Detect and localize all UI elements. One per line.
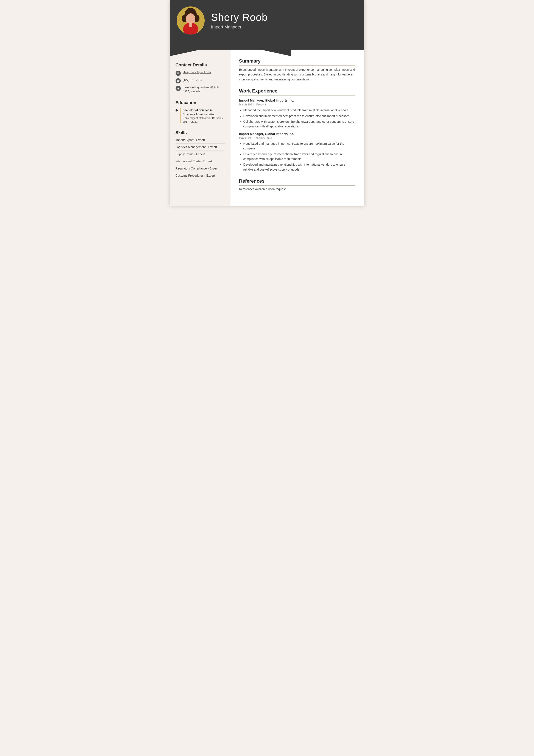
job-bullet-item: Leveraged knowledge of international tra… xyxy=(243,152,355,162)
job-entry: Import Manager, Global Imports Inc.March… xyxy=(239,98,355,129)
header-info: Shery Roob Import Manager xyxy=(211,12,268,30)
job-bullet-item: Managed the import of a variety of produ… xyxy=(243,108,355,113)
skill-item: Import/Export - Expert xyxy=(176,138,225,144)
summary-text: Experienced Import Manager with 5 years … xyxy=(239,67,355,82)
contact-email-item: ✉ sheryroob@gmail.com xyxy=(176,70,225,76)
education-section-title: Education xyxy=(176,100,225,105)
references-text: References available upon request xyxy=(239,187,355,191)
job-bullet-item: Negotiated and managed import contracts … xyxy=(243,141,355,151)
skill-item: Customs Procedures - Expert xyxy=(176,174,225,179)
job-bullet-item: Collaborated with customs brokers, freig… xyxy=(243,119,355,129)
body: Contact Details ✉ sheryroob@gmail.com ☎ … xyxy=(170,50,364,206)
job-bullet-item: Developed and implemented best practices… xyxy=(243,114,355,119)
job-entry: Import Manager, Global Imports Inc.May 2… xyxy=(239,132,355,172)
sidebar: Contact Details ✉ sheryroob@gmail.com ☎ … xyxy=(170,50,231,206)
skill-item: Logistics Management - Expert xyxy=(176,145,225,151)
references-section: References References available upon req… xyxy=(239,178,355,191)
work-experience-section: Work Experience Import Manager, Global I… xyxy=(239,88,355,172)
avatar xyxy=(177,7,205,35)
job-bullet-item: Developed and maintained relationships w… xyxy=(243,162,355,172)
contact-section-title: Contact Details xyxy=(176,63,225,68)
skill-item: International Trade - Expert xyxy=(176,160,225,165)
edu-bullet-icon xyxy=(176,109,178,112)
edu-institution: University of California, Berkeley xyxy=(183,116,225,120)
chevron-divider xyxy=(170,41,364,50)
job-dates: May 2021 - February 2023 xyxy=(239,136,355,140)
contact-section: Contact Details ✉ sheryroob@gmail.com ☎ … xyxy=(176,63,225,94)
summary-section: Summary Experienced Import Manager with … xyxy=(239,58,355,82)
phone-value: (127) 151 9484 xyxy=(183,78,202,82)
job-title: Import Manager, Global Imports Inc. xyxy=(239,98,355,102)
location-icon: ◉ xyxy=(176,86,181,91)
avatar-wrapper xyxy=(177,7,205,35)
skills-section-title: Skills xyxy=(176,130,225,135)
work-experience-title: Work Experience xyxy=(239,88,355,95)
contact-phone-item: ☎ (127) 151 9484 xyxy=(176,78,225,83)
job-bullets: Managed the import of a variety of produ… xyxy=(239,108,355,129)
address-value: Lake Wellingtonshire, 47849-4977, Nevada xyxy=(183,86,225,94)
edu-content: Bachelor of Science in Business Administ… xyxy=(180,108,225,123)
education-item: Bachelor of Science in Business Administ… xyxy=(176,108,225,123)
skill-item: Regulatory Compliance - Expert xyxy=(176,167,225,172)
contact-address-item: ◉ Lake Wellingtonshire, 47849-4977, Neva… xyxy=(176,86,225,94)
skills-section: Skills Import/Export - ExpertLogistics M… xyxy=(176,130,225,179)
avatar-image xyxy=(177,7,205,35)
svg-rect-6 xyxy=(189,23,192,27)
edu-degree: Bachelor of Science in Business Administ… xyxy=(183,108,225,116)
edu-years: 2017 - 2021 xyxy=(183,120,225,123)
candidate-title: Import Manager xyxy=(211,25,268,30)
job-bullets: Negotiated and managed import contracts … xyxy=(239,141,355,172)
skills-list: Import/Export - ExpertLogistics Manageme… xyxy=(176,138,225,179)
resume-container: Shery Roob Import Manager Contact Detail… xyxy=(170,0,364,206)
education-section: Education Bachelor of Science in Busines… xyxy=(176,100,225,123)
candidate-name: Shery Roob xyxy=(211,12,268,23)
job-title: Import Manager, Global Imports Inc. xyxy=(239,132,355,136)
job-dates: March 2023 - Present xyxy=(239,103,355,106)
main-content: Summary Experienced Import Manager with … xyxy=(231,50,364,206)
header: Shery Roob Import Manager xyxy=(170,0,364,41)
summary-title: Summary xyxy=(239,58,355,66)
jobs-list: Import Manager, Global Imports Inc.March… xyxy=(239,98,355,172)
phone-icon: ☎ xyxy=(176,78,181,83)
email-value[interactable]: sheryroob@gmail.com xyxy=(183,70,211,74)
skill-item: Supply Chain - Expert xyxy=(176,152,225,158)
email-icon: ✉ xyxy=(176,71,181,76)
references-title: References xyxy=(239,178,355,186)
